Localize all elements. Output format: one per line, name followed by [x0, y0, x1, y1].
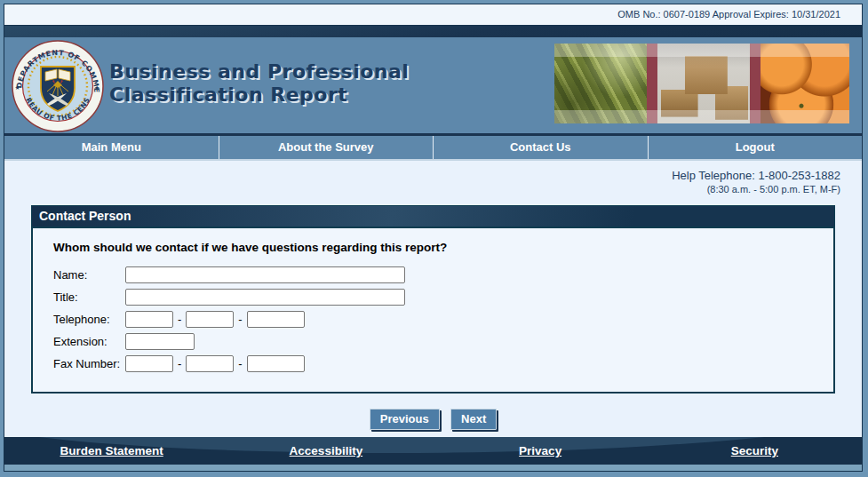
telephone-prefix-input[interactable] [186, 311, 234, 328]
footer-link-burden-statement[interactable]: Burden Statement [4, 444, 219, 457]
omb-text: OMB No.: 0607-0189 Approval Expires: 10/… [617, 9, 840, 20]
omb-bar: OMB No.: 0607-0189 Approval Expires: 10/… [4, 4, 862, 26]
main-nav: Main Menu About the Survey Contact Us Lo… [4, 133, 862, 161]
next-button[interactable]: Next [450, 409, 497, 430]
fax-row: Fax Number: - - [53, 355, 833, 372]
form-navigation-buttons: Previous Next [4, 409, 862, 430]
name-row: Name: [53, 266, 833, 283]
extension-row: Extension: [53, 333, 833, 350]
bottom-strip [4, 465, 862, 471]
content-area: Help Telephone: 1-800-253-1882 (8:30 a.m… [4, 161, 862, 437]
help-telephone-hours: (8:30 a.m. - 5:00 p.m. ET, M-F) [4, 184, 840, 195]
footer-link-accessibility[interactable]: Accessibility [219, 444, 433, 457]
oranges-photo [760, 44, 849, 123]
nav-item-about-the-survey[interactable]: About the Survey [219, 136, 434, 159]
fax-prefix-input[interactable] [186, 355, 234, 372]
contact-person-panel: Contact Person Whom should we contact if… [31, 205, 835, 394]
dash-separator: - [238, 313, 242, 326]
header-photo-strip [554, 44, 849, 123]
title-input[interactable] [125, 289, 405, 306]
fax-area-input[interactable] [125, 355, 173, 372]
cardboard-boxes-photo [657, 44, 750, 123]
help-telephone: Help Telephone: 1-800-253-1882 (8:30 a.m… [4, 161, 862, 195]
star-icon: ★ [15, 84, 20, 91]
footer-link-privacy[interactable]: Privacy [434, 444, 648, 457]
census-bureau-seal-logo: U.S. DEPARTMENT OF COMMERCE BUREAU OF TH… [12, 40, 104, 132]
star-icon: ★ [94, 84, 100, 91]
footer-link-security[interactable]: Security [648, 444, 862, 457]
title-label: Title: [53, 290, 125, 304]
green-screws-photo [554, 44, 647, 123]
top-navy-band [4, 26, 862, 37]
seal-icon: U.S. DEPARTMENT OF COMMERCE BUREAU OF TH… [12, 40, 104, 132]
name-label: Name: [53, 268, 125, 282]
nav-item-contact-us[interactable]: Contact Us [433, 136, 648, 159]
fax-label: Fax Number: [53, 357, 125, 370]
panel-body: Whom should we contact if we have questi… [31, 227, 835, 394]
telephone-area-input[interactable] [125, 311, 173, 328]
fax-line-input[interactable] [247, 355, 305, 372]
telephone-row: Telephone: - - [53, 311, 833, 328]
help-telephone-number: Help Telephone: 1-800-253-1882 [4, 169, 840, 182]
contact-question: Whom should we contact if we have questi… [53, 241, 833, 254]
panel-title: Contact Person [31, 205, 835, 227]
nav-item-main-menu[interactable]: Main Menu [4, 136, 219, 159]
title-row: Title: [53, 289, 833, 306]
photo-separator [647, 44, 657, 123]
dash-separator: - [238, 357, 242, 370]
extension-label: Extension: [53, 335, 125, 348]
name-input[interactable] [125, 266, 405, 283]
footer: Burden Statement Accessibility Privacy S… [4, 437, 862, 465]
page-title: Business and Professional Classification… [109, 60, 409, 107]
footer-links: Burden Statement Accessibility Privacy S… [4, 437, 862, 465]
nav-item-logout[interactable]: Logout [648, 136, 863, 159]
page-title-line2: Classification Report [109, 83, 409, 107]
extension-input[interactable] [125, 333, 195, 350]
telephone-label: Telephone: [53, 313, 125, 326]
dash-separator: - [178, 313, 181, 326]
previous-button[interactable]: Previous [370, 409, 440, 430]
page-title-line1: Business and Professional [109, 60, 409, 83]
header: U.S. DEPARTMENT OF COMMERCE BUREAU OF TH… [4, 37, 862, 133]
photo-separator [750, 44, 760, 123]
dash-separator: - [178, 357, 181, 370]
telephone-line-input[interactable] [247, 311, 305, 328]
page: OMB No.: 0607-0189 Approval Expires: 10/… [4, 4, 863, 472]
